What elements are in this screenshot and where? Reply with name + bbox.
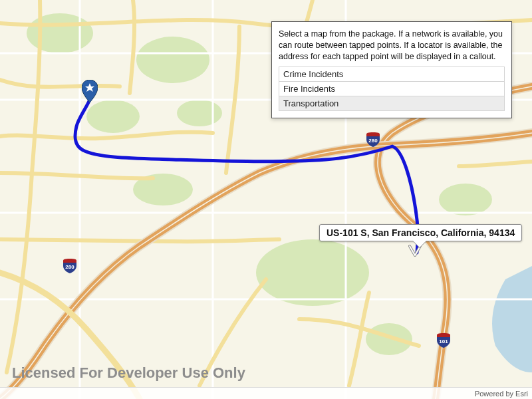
attribution-text: Powered by Esri xyxy=(475,390,528,398)
callout-text: US-101 S, San Francisco, California, 941… xyxy=(327,227,515,238)
svg-text:280: 280 xyxy=(65,264,74,270)
map-list-item-crime[interactable]: Crime Incidents xyxy=(279,66,505,81)
map-list[interactable]: Crime Incidents Fire Incidents Transport… xyxy=(279,66,505,111)
highway-shield-101: 101 xyxy=(436,332,452,348)
license-watermark: Licensed For Developer Use Only xyxy=(12,364,245,382)
attribution-bar: Powered by Esri xyxy=(0,387,532,399)
map-view[interactable]: 280 280 101 US-101 S, San Francisco, Cal… xyxy=(0,0,532,399)
panel-description: Select a map from the package. If a netw… xyxy=(279,29,505,63)
svg-point-1 xyxy=(86,100,140,133)
highway-shield-280-left: 280 xyxy=(62,258,78,274)
map-selector-panel: Select a map from the package. If a netw… xyxy=(271,21,512,118)
highway-shield-280-top: 280 xyxy=(365,132,381,148)
svg-point-6 xyxy=(366,323,412,355)
svg-point-2 xyxy=(136,37,209,83)
address-callout[interactable]: US-101 S, San Francisco, California, 941… xyxy=(319,224,522,241)
map-list-item-fire[interactable]: Fire Incidents xyxy=(279,81,505,96)
svg-point-3 xyxy=(177,100,222,126)
svg-text:101: 101 xyxy=(439,338,448,344)
svg-point-5 xyxy=(256,239,369,306)
route-start-marker[interactable] xyxy=(82,80,98,102)
svg-point-8 xyxy=(27,13,93,53)
map-list-item-transportation[interactable]: Transportation xyxy=(279,96,505,111)
svg-point-7 xyxy=(439,184,492,215)
svg-text:280: 280 xyxy=(368,138,378,144)
